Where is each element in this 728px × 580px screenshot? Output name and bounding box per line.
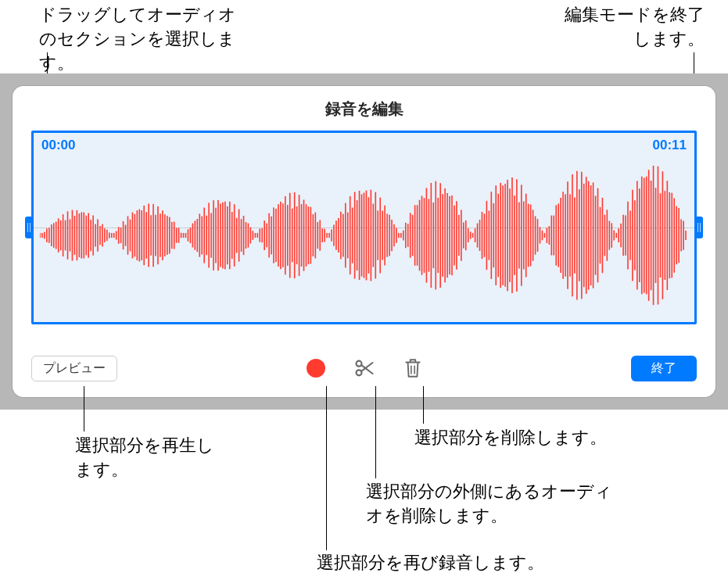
editor-toolbar: プレビュー 終了: [13, 339, 715, 397]
selection-handle-right[interactable]: [695, 217, 703, 238]
time-end-label: 00:11: [653, 138, 687, 153]
callout-rerecord: 選択部分を再び録音します。: [317, 551, 583, 575]
callout-delete-selection: 選択部分を削除します。: [414, 426, 649, 450]
callout-line: [423, 386, 424, 424]
callout-exit-edit: 編集モードを終了します。: [548, 3, 705, 52]
delete-button[interactable]: [400, 355, 426, 381]
trim-button[interactable]: [351, 355, 378, 381]
trash-icon: [403, 357, 423, 379]
callout-line: [326, 386, 327, 550]
record-icon: [307, 359, 325, 378]
callout-drag-select: ドラッグしてオーディオのセクションを選択します。: [39, 3, 250, 75]
center-tool-group: [303, 355, 426, 381]
preview-button[interactable]: プレビュー: [31, 356, 117, 381]
callout-trim-outside: 選択部分の外側にあるオーディオを削除します。: [366, 480, 616, 528]
scissors-icon: [353, 357, 375, 379]
waveform-selection-area[interactable]: 00:00 00:11: [31, 131, 697, 324]
panel-title: 録音を編集: [13, 86, 715, 131]
callout-line: [375, 386, 376, 478]
selection-handle-left[interactable]: [25, 217, 33, 238]
callout-line: [84, 386, 84, 431]
callout-play-selection: 選択部分を再生します。: [75, 434, 231, 482]
time-start-label: 00:00: [41, 138, 75, 153]
audio-editor-panel: 録音を編集 00:00 00:11 プレビュー: [13, 86, 715, 397]
waveform-display: [40, 156, 688, 314]
done-button[interactable]: 終了: [631, 356, 697, 381]
record-button[interactable]: [303, 355, 329, 381]
